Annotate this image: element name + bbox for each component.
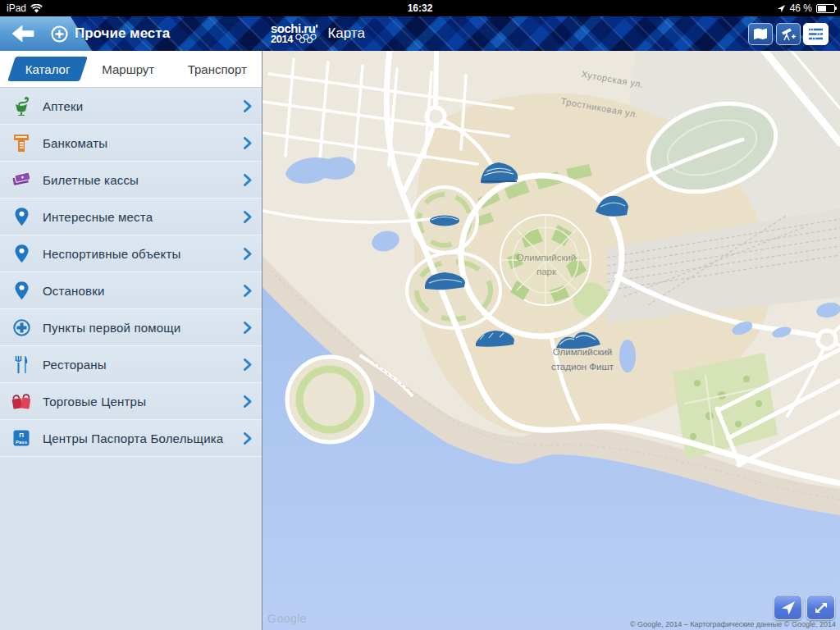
add-other-places[interactable]: Прочие места (51, 16, 170, 51)
map-icon (753, 28, 768, 40)
tab-route-label: Маршрут (102, 62, 154, 76)
tickets-icon (10, 171, 33, 188)
app-screen: iPad 16:32 46 % Пр (0, 0, 840, 630)
map-pin-icon (10, 281, 33, 300)
sidebar-tab-bar: Каталог Маршрут Транспорт (0, 51, 262, 88)
list-icon (808, 27, 824, 41)
chevron-right-icon (244, 432, 252, 445)
pharmacy-icon (10, 96, 33, 116)
status-bar: iPad 16:32 46 % (0, 0, 840, 16)
chevron-right-icon (244, 248, 252, 260)
svg-text:П: П (19, 431, 24, 439)
map-pin-icon (10, 244, 33, 263)
map-pin-icon (10, 208, 33, 226)
list-item-label: Остановки (43, 284, 234, 298)
list-item-restaurants[interactable]: Рестораны (0, 346, 262, 383)
first-aid-icon (10, 319, 33, 336)
navigation-bar: Прочие места sochi.ru' 2014 Карта (0, 16, 840, 51)
chevron-right-icon (244, 137, 252, 149)
expand-icon (814, 600, 829, 615)
add-place-label: Прочие места (75, 25, 170, 42)
catalog-list: Аптеки Банкоматы (0, 88, 262, 457)
augmented-reality-button[interactable] (776, 23, 801, 45)
list-item-shopping-centers[interactable]: Торговые Центры (0, 383, 262, 420)
add-circle-icon (51, 25, 68, 43)
olympic-rings-icon (295, 34, 317, 43)
tab-catalog[interactable]: Каталог (7, 57, 88, 81)
location-services-icon (777, 4, 786, 13)
catalog-sidebar: Каталог Маршрут Транспорт Аптеки (0, 51, 262, 630)
list-item-interesting-places[interactable]: Интересные места (0, 199, 262, 235)
back-arrow-icon (11, 25, 36, 43)
shopping-bags-icon (10, 392, 33, 410)
chevron-right-icon (244, 211, 252, 223)
battery-percent: 46 % (790, 2, 812, 14)
list-item-label: Центры Паспорта Болельщика (43, 431, 234, 445)
park-label: Олимпийскийпарк (509, 251, 584, 280)
list-item-label: Билетные кассы (43, 173, 234, 187)
fan-pass-icon: П Pass (10, 430, 33, 446)
list-view-button[interactable] (803, 23, 829, 45)
atm-icon (10, 134, 33, 153)
svg-text:Pass: Pass (16, 440, 28, 445)
list-item-nonsport-objects[interactable]: Неспортивные объекты (0, 235, 262, 272)
chevron-right-icon (244, 358, 252, 371)
stadium-label: Олимпийскийстадион Фишт (533, 345, 632, 375)
page-title: Карта (327, 25, 365, 42)
tab-transport-label: Транспорт (188, 62, 247, 76)
tab-transport[interactable]: Транспорт (173, 62, 262, 76)
chevron-right-icon (244, 100, 252, 112)
map-terrain (262, 51, 840, 630)
list-item-ticket-offices[interactable]: Билетные кассы (0, 162, 262, 199)
tab-route[interactable]: Маршрут (84, 62, 173, 76)
map-view-button[interactable] (748, 23, 773, 45)
chevron-right-icon (244, 174, 252, 186)
list-item-stops[interactable]: Остановки (0, 272, 262, 309)
logo-text-bottom: 2014 (271, 34, 293, 43)
map-attribution: © Google, 2014 – Картографические данные… (630, 620, 836, 628)
my-location-button[interactable] (774, 595, 802, 620)
venue-icon-arena-west (430, 216, 459, 226)
location-arrow-icon (781, 600, 796, 615)
chevron-right-icon (244, 322, 252, 334)
chevron-right-icon (244, 395, 252, 408)
sochi-2014-logo: sochi.ru' 2014 (271, 24, 317, 44)
list-item-label: Банкоматы (43, 136, 234, 150)
telescope-plus-icon (781, 27, 797, 41)
list-item-label: Торговые Центры (43, 395, 234, 409)
map-canvas[interactable]: Хуторская ул. Тростниковая ул. Олимпийск… (262, 51, 840, 630)
clock: 16:32 (0, 2, 840, 14)
restaurant-icon (10, 355, 33, 374)
list-item-label: Пункты первой помощи (43, 321, 234, 335)
tab-catalog-label: Каталог (25, 62, 71, 76)
list-item-first-aid[interactable]: Пункты первой помощи (0, 309, 262, 346)
battery-icon (816, 4, 835, 13)
list-item-atms[interactable]: Банкоматы (0, 125, 262, 162)
chevron-right-icon (244, 285, 252, 297)
fullscreen-button[interactable] (806, 595, 835, 620)
list-item-label: Рестораны (43, 358, 234, 372)
list-item-label: Интересные места (43, 210, 234, 224)
list-item-fan-pass-centers[interactable]: П Pass Центры Паспорта Болельщика (0, 420, 262, 457)
list-item-label: Аптеки (43, 99, 234, 113)
list-item-label: Неспортивные объекты (43, 247, 234, 261)
list-item-pharmacies[interactable]: Аптеки (0, 88, 262, 125)
google-watermark: Google (267, 612, 307, 625)
